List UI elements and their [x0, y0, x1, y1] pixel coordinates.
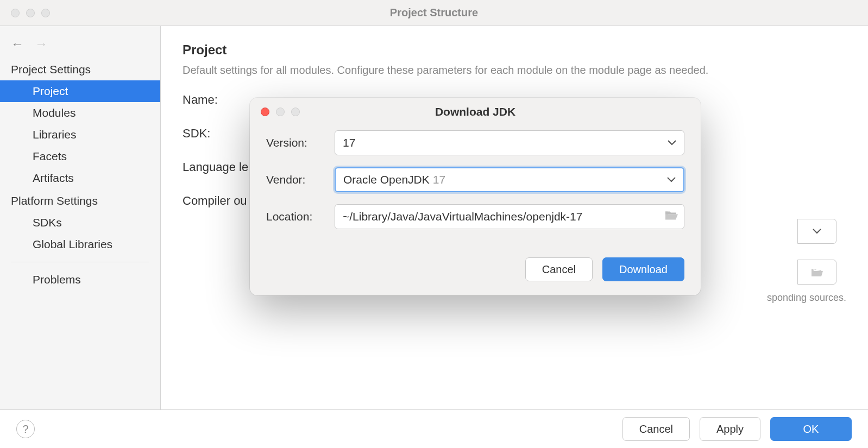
sidebar-item-facets[interactable]: Facets — [0, 146, 160, 167]
sidebar-section-platform-settings: Platform Settings — [0, 189, 160, 212]
sidebar-item-artifacts[interactable]: Artifacts — [0, 167, 160, 189]
titlebar: Project Structure — [0, 0, 868, 26]
help-button[interactable]: ? — [16, 420, 35, 438]
modal-download-button[interactable]: Download — [602, 257, 684, 281]
modal-title: Download JDK — [435, 105, 515, 118]
modal-row-version: Version: 17 — [266, 130, 684, 155]
back-arrow-icon[interactable]: ← — [11, 36, 24, 52]
label-name: Name: — [183, 93, 259, 107]
modal-footer: Cancel Download — [250, 252, 701, 295]
modal-body: Version: 17 Vendor: Oracle OpenJDK 17 Lo… — [250, 126, 701, 252]
ok-button[interactable]: OK — [770, 417, 852, 441]
label-compiler: Compiler ou — [183, 194, 259, 208]
sidebar-section-project-settings: Project Settings — [0, 58, 160, 80]
forward-arrow-icon[interactable]: → — [35, 36, 48, 52]
cancel-button[interactable]: Cancel — [622, 417, 690, 441]
sidebar-item-libraries[interactable]: Libraries — [0, 124, 160, 146]
sidebar-item-project[interactable]: Project — [0, 80, 160, 102]
modal-row-location: Location: ~/Library/Java/JavaVirtualMach… — [266, 204, 684, 229]
modal-minimize-icon[interactable] — [276, 108, 285, 116]
download-jdk-dialog: Download JDK Version: 17 Vendor: Oracle … — [250, 98, 701, 295]
compiler-output-browse-button[interactable] — [797, 260, 836, 285]
location-field[interactable]: ~/Library/Java/JavaVirtualMachines/openj… — [335, 204, 684, 229]
modal-window-controls — [261, 108, 300, 116]
modal-close-icon[interactable] — [261, 108, 269, 116]
content-subtitle: Default settings for all modules. Config… — [183, 64, 846, 77]
apply-button[interactable]: Apply — [700, 417, 760, 441]
window-title: Project Structure — [390, 7, 478, 19]
sidebar-item-global-libraries[interactable]: Global Libraries — [0, 234, 160, 255]
modal-row-vendor: Vendor: Oracle OpenJDK 17 — [266, 167, 684, 192]
sidebar-item-problems[interactable]: Problems — [0, 269, 160, 291]
sidebar-item-modules[interactable]: Modules — [0, 102, 160, 124]
chevron-down-icon — [813, 229, 821, 234]
close-window-icon[interactable] — [11, 9, 20, 17]
chevron-down-icon — [668, 140, 676, 146]
chevron-down-icon — [667, 177, 676, 182]
window-controls — [0, 9, 50, 17]
label-language: Language le — [183, 160, 259, 174]
version-dropdown[interactable]: 17 — [335, 130, 684, 155]
vendor-dropdown[interactable]: Oracle OpenJDK 17 — [335, 167, 684, 192]
vendor-name: Oracle OpenJDK — [343, 173, 430, 186]
label-version: Version: — [266, 136, 335, 149]
language-level-dropdown-button[interactable] — [797, 219, 836, 244]
dialog-footer: ? Cancel Apply OK — [0, 410, 868, 448]
label-sdk: SDK: — [183, 127, 259, 141]
sidebar: ← → Project Settings Project Modules Lib… — [0, 26, 161, 409]
zoom-window-icon[interactable] — [41, 9, 50, 17]
modal-titlebar: Download JDK — [250, 98, 701, 126]
vendor-version: 17 — [433, 173, 445, 186]
modal-cancel-button[interactable]: Cancel — [525, 257, 593, 281]
sidebar-divider — [11, 262, 149, 262]
content-title: Project — [183, 42, 846, 58]
folder-open-icon — [810, 267, 823, 277]
minimize-window-icon[interactable] — [26, 9, 35, 17]
sidebar-item-sdks[interactable]: SDKs — [0, 212, 160, 234]
label-location: Location: — [266, 210, 335, 223]
nav-arrows: ← → — [0, 30, 160, 58]
version-value: 17 — [343, 136, 355, 149]
modal-zoom-icon[interactable] — [291, 108, 300, 116]
location-value: ~/Library/Java/JavaVirtualMachines/openj… — [343, 210, 582, 223]
hint-text-fragment: sponding sources. — [767, 292, 846, 304]
label-vendor: Vendor: — [266, 173, 335, 186]
folder-open-icon[interactable] — [664, 210, 678, 224]
